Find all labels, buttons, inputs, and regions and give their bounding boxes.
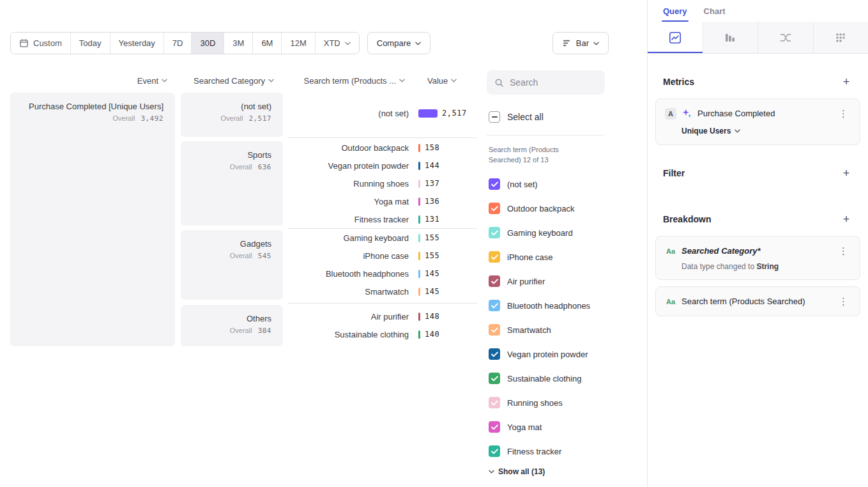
value-bar[interactable] (418, 215, 420, 224)
custom-date-button[interactable]: Custom (11, 33, 70, 54)
legend-item[interactable]: Bluetooth headphones (489, 293, 590, 318)
legend-checkbox[interactable] (489, 445, 500, 457)
legend-checkbox[interactable] (489, 275, 500, 287)
calendar-icon (19, 38, 29, 48)
metric-event-name[interactable]: Purchase Completed (697, 109, 775, 118)
range-30d-button[interactable]: 30D (191, 33, 224, 54)
term-rows-group: Gaming keyboard 155 iPhone case 155 Blue… (288, 229, 477, 300)
column-header-value[interactable]: Value (427, 75, 457, 86)
metrics-section-header: Metrics + (663, 75, 853, 88)
breakdown-title: Breakdown (663, 214, 711, 224)
column-header-search-term[interactable]: Search term (Products ... (288, 75, 405, 86)
value-label: 155 (425, 233, 439, 242)
legend-item[interactable]: (not set) (489, 172, 590, 196)
metric-card[interactable]: A Purchase Completed ⋮ Unique Users (655, 98, 860, 145)
legend-checkbox[interactable] (489, 251, 500, 263)
legend-item[interactable]: Outdoor backpack (489, 196, 590, 220)
range-6m-button[interactable]: 6M (252, 33, 281, 54)
legend-item[interactable]: Fitness tracker (489, 439, 590, 463)
search-term-label: (not set) (288, 109, 409, 118)
term-rows-group: Outdoor backpack 158 Vegan protein powde… (288, 139, 477, 228)
group-divider (288, 137, 477, 138)
select-all-checkbox[interactable] (489, 111, 500, 123)
legend-item[interactable]: Sustainable clothing (489, 366, 590, 390)
value-bar[interactable] (418, 313, 420, 321)
select-all-row[interactable]: Select all (489, 111, 544, 123)
range-xtd-button[interactable]: XTD (315, 33, 359, 54)
value-label: 136 (425, 197, 439, 206)
value-bar[interactable] (418, 288, 420, 296)
retention-icon (834, 31, 847, 44)
legend-checkbox[interactable] (489, 203, 500, 214)
tab-insights[interactable] (648, 22, 703, 53)
show-all-link[interactable]: Show all (13) (489, 467, 545, 476)
table-row: iPhone case 155 (288, 247, 477, 265)
add-filter-button[interactable]: + (840, 167, 853, 180)
table-row: (not set) 2,517 (288, 104, 477, 122)
legend-item[interactable]: Vegan protein powder (489, 342, 590, 366)
tab-chart[interactable]: Chart (704, 0, 726, 22)
add-breakdown-button[interactable]: + (840, 213, 853, 226)
legend-item[interactable]: Air purifier (489, 269, 590, 293)
value-bar[interactable] (418, 234, 420, 242)
term-rows-group: (not set) 2,517 (288, 104, 477, 122)
legend-checkbox[interactable] (489, 373, 500, 384)
value-bar[interactable] (418, 252, 420, 260)
legend-checkbox[interactable] (489, 421, 500, 433)
value-bar[interactable] (418, 330, 420, 339)
search-term-label: Air purifier (288, 312, 409, 321)
legend-search-input[interactable] (510, 77, 593, 88)
value-bar[interactable] (418, 180, 420, 188)
range-yesterday-button[interactable]: Yesterday (110, 33, 164, 54)
column-header-event[interactable]: Event (10, 75, 167, 86)
kebab-menu-icon[interactable]: ⋮ (836, 295, 851, 307)
tab-retention[interactable] (813, 22, 868, 53)
chevron-down-icon (268, 79, 274, 82)
legend-item[interactable]: Running shoes (489, 390, 590, 415)
date-range-segmented-control: Custom Today Yesterday 7D 30D 3M 6M 12M … (10, 32, 360, 54)
search-term-label: Yoga mat (288, 197, 409, 206)
legend-item[interactable]: iPhone case (489, 245, 590, 269)
column-header-searched-category[interactable]: Searched Category (181, 75, 274, 86)
chart-type-button[interactable]: Bar (552, 32, 609, 54)
search-term-label: Running shoes (288, 179, 409, 189)
value-bar[interactable] (418, 109, 438, 118)
legend-checkbox[interactable] (489, 300, 500, 311)
funnels-icon (724, 31, 736, 44)
breakdown-property-name[interactable]: Search term (Products Searched) (681, 297, 805, 306)
legend-checkbox[interactable] (489, 227, 500, 238)
legend-checkbox[interactable] (489, 324, 500, 336)
check-icon (491, 424, 498, 430)
legend-checkbox[interactable] (489, 178, 500, 190)
range-today-button[interactable]: Today (70, 33, 110, 54)
breakdown-property-name[interactable]: Searched Category* (681, 246, 761, 256)
tab-query[interactable]: Query (663, 0, 687, 22)
range-12m-button[interactable]: 12M (281, 33, 314, 54)
legend-checkbox[interactable] (489, 397, 500, 408)
measure-selector[interactable]: Unique Users (681, 127, 740, 135)
legend-item[interactable]: Smartwatch (489, 318, 590, 342)
tab-flows[interactable] (758, 22, 813, 53)
range-3m-button[interactable]: 3M (224, 33, 252, 54)
legend-item[interactable]: Yoga mat (489, 415, 590, 439)
value-bar[interactable] (418, 144, 420, 152)
kebab-menu-icon[interactable]: ⋮ (836, 245, 851, 257)
breakdown-card[interactable]: Aa Searched Category* ⋮ Data type change… (655, 236, 860, 280)
value-bar[interactable] (418, 270, 420, 278)
legend-search (487, 70, 605, 95)
value-label: 155 (425, 251, 439, 260)
tab-funnels[interactable] (703, 22, 758, 53)
legend-checkbox[interactable] (489, 348, 500, 360)
breakdown-card[interactable]: Aa Search term (Products Searched) ⋮ (655, 286, 860, 316)
add-metric-button[interactable]: + (840, 75, 853, 88)
check-icon (491, 400, 498, 406)
value-bar[interactable] (418, 162, 420, 170)
chevron-down-icon (735, 129, 740, 133)
value-cell: 2,517 (418, 109, 467, 118)
range-7d-button[interactable]: 7D (164, 33, 192, 54)
legend-item[interactable]: Gaming keyboard (489, 220, 590, 245)
value-bar[interactable] (418, 197, 420, 206)
kebab-menu-icon[interactable]: ⋮ (836, 107, 851, 120)
check-icon (491, 230, 498, 236)
compare-button[interactable]: Compare (367, 32, 430, 54)
